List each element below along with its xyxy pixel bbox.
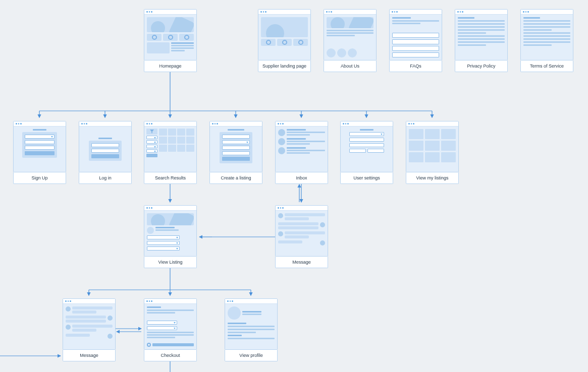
node-homepage[interactable]: Homepage: [144, 9, 197, 72]
node-label: Checkout: [144, 350, 197, 361]
node-search-results[interactable]: Search Results: [144, 121, 197, 184]
window-dots-icon: [324, 10, 376, 15]
node-label: Homepage: [144, 60, 197, 72]
window-dots-icon: [258, 10, 310, 15]
node-label: View my listings: [406, 172, 459, 184]
node-label: Terms of Service: [520, 60, 573, 72]
node-label: Privacy Policy: [455, 60, 508, 72]
node-view-listing[interactable]: View Listing: [144, 205, 197, 268]
window-dots-icon: [521, 10, 573, 15]
node-label: Log in: [79, 172, 132, 184]
node-label: Sign Up: [13, 172, 66, 184]
window-dots-icon: [390, 10, 442, 15]
node-label: View profile: [225, 350, 278, 361]
node-label: Search Results: [144, 172, 197, 184]
window-dots-icon: [276, 121, 328, 127]
node-message-row3[interactable]: Message: [275, 205, 328, 268]
node-about-us[interactable]: About Us: [324, 9, 377, 72]
node-label: FAQs: [389, 60, 442, 72]
sitemap-canvas: Homepage Supplier landing page About Us …: [0, 0, 588, 372]
filter-icon: [150, 130, 154, 134]
node-label: About Us: [324, 60, 377, 72]
window-dots-icon: [341, 121, 393, 127]
node-label: Inbox: [275, 172, 328, 184]
node-label: User settings: [340, 172, 393, 184]
node-message-row4[interactable]: Message: [63, 298, 116, 361]
node-label: Supplier landing page: [258, 60, 311, 72]
node-terms[interactable]: Terms of Service: [520, 9, 573, 72]
window-dots-icon: [144, 299, 196, 304]
window-dots-icon: [225, 299, 277, 304]
window-dots-icon: [406, 121, 458, 127]
window-dots-icon: [144, 10, 196, 15]
window-dots-icon: [455, 10, 507, 15]
node-label: Message: [275, 257, 328, 268]
node-checkout[interactable]: Checkout: [144, 298, 197, 361]
node-faqs[interactable]: FAQs: [389, 9, 442, 72]
node-privacy-policy[interactable]: Privacy Policy: [455, 9, 508, 72]
node-label: View Listing: [144, 257, 197, 268]
node-label: Create a listing: [209, 172, 262, 184]
window-dots-icon: [144, 121, 196, 127]
node-view-my-listings[interactable]: View my listings: [406, 121, 459, 184]
node-view-profile[interactable]: View profile: [225, 298, 278, 361]
node-supplier-landing[interactable]: Supplier landing page: [258, 9, 311, 72]
node-user-settings[interactable]: User settings: [340, 121, 393, 184]
window-dots-icon: [79, 121, 131, 127]
node-log-in[interactable]: Log in: [79, 121, 132, 184]
window-dots-icon: [63, 299, 115, 304]
window-dots-icon: [210, 121, 262, 127]
window-dots-icon: [144, 206, 196, 211]
node-sign-up[interactable]: Sign Up: [13, 121, 66, 184]
node-inbox[interactable]: Inbox: [275, 121, 328, 184]
window-dots-icon: [276, 206, 328, 211]
node-label: Message: [63, 350, 116, 361]
node-create-listing[interactable]: Create a listing: [209, 121, 262, 184]
window-dots-icon: [14, 121, 66, 127]
